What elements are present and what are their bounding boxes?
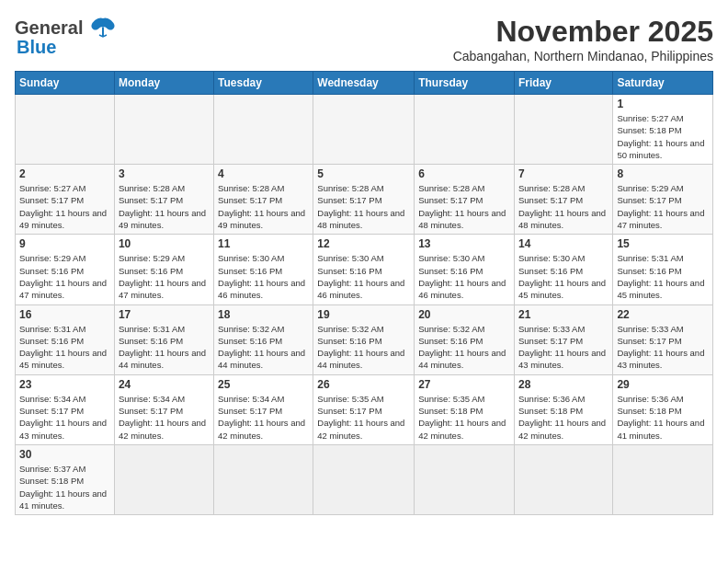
day-info: Sunrise: 5:32 AMSunset: 5:16 PMDaylight:… (317, 323, 410, 372)
day-info: Sunrise: 5:28 AMSunset: 5:17 PMDaylight:… (518, 182, 609, 231)
day-info: Sunrise: 5:34 AMSunset: 5:17 PMDaylight:… (218, 393, 309, 442)
table-row (313, 95, 415, 165)
header-monday: Monday (114, 72, 213, 95)
month-title: November 2025 (453, 15, 713, 49)
table-row: 9Sunrise: 5:29 AMSunset: 5:16 PMDaylight… (16, 235, 115, 304)
day-number: 30 (19, 448, 110, 461)
day-info: Sunrise: 5:32 AMSunset: 5:16 PMDaylight:… (218, 323, 309, 372)
day-info: Sunrise: 5:28 AMSunset: 5:17 PMDaylight:… (218, 182, 309, 231)
table-row: 6Sunrise: 5:28 AMSunset: 5:17 PMDaylight… (415, 165, 515, 235)
table-row: 1Sunrise: 5:27 AMSunset: 5:18 PMDaylight… (613, 95, 713, 165)
table-row: 21Sunrise: 5:33 AMSunset: 5:17 PMDayligh… (514, 304, 612, 374)
table-row: 3Sunrise: 5:28 AMSunset: 5:17 PMDaylight… (114, 165, 213, 235)
calendar-week-row: 23Sunrise: 5:34 AMSunset: 5:17 PMDayligh… (16, 374, 713, 444)
header-thursday: Thursday (415, 72, 515, 95)
header-saturday: Saturday (613, 72, 713, 95)
day-info: Sunrise: 5:36 AMSunset: 5:18 PMDaylight:… (518, 393, 609, 442)
day-number: 15 (617, 237, 709, 250)
day-info: Sunrise: 5:30 AMSunset: 5:16 PMDaylight:… (418, 252, 510, 301)
day-info: Sunrise: 5:36 AMSunset: 5:18 PMDaylight:… (617, 393, 709, 442)
day-number: 21 (518, 308, 609, 321)
day-number: 28 (518, 378, 609, 391)
day-number: 22 (617, 308, 709, 321)
day-number: 1 (617, 98, 709, 110)
table-row: 14Sunrise: 5:30 AMSunset: 5:16 PMDayligh… (514, 235, 612, 304)
table-row (114, 444, 213, 514)
day-info: Sunrise: 5:37 AMSunset: 5:18 PMDaylight:… (19, 463, 110, 511)
day-number: 8 (617, 167, 709, 180)
day-info: Sunrise: 5:34 AMSunset: 5:17 PMDaylight:… (119, 393, 210, 442)
calendar-week-row: 9Sunrise: 5:29 AMSunset: 5:16 PMDaylight… (16, 235, 713, 304)
table-row (214, 95, 313, 165)
title-section: November 2025 Cabangahan, Northern Minda… (453, 15, 713, 63)
table-row: 2Sunrise: 5:27 AMSunset: 5:17 PMDaylight… (16, 165, 115, 235)
day-info: Sunrise: 5:27 AMSunset: 5:17 PMDaylight:… (19, 182, 110, 231)
logo-blue-text: Blue (17, 37, 56, 58)
day-number: 24 (119, 378, 210, 391)
logo-bird-icon (86, 15, 119, 40)
table-row: 19Sunrise: 5:32 AMSunset: 5:16 PMDayligh… (313, 304, 415, 374)
table-row: 5Sunrise: 5:28 AMSunset: 5:17 PMDaylight… (313, 165, 415, 235)
table-row (514, 444, 612, 514)
calendar-header-row: Sunday Monday Tuesday Wednesday Thursday… (16, 72, 713, 95)
calendar-week-row: 16Sunrise: 5:31 AMSunset: 5:16 PMDayligh… (16, 304, 713, 374)
table-row: 12Sunrise: 5:30 AMSunset: 5:16 PMDayligh… (313, 235, 415, 304)
day-info: Sunrise: 5:33 AMSunset: 5:17 PMDaylight:… (617, 323, 709, 372)
table-row: 25Sunrise: 5:34 AMSunset: 5:17 PMDayligh… (214, 374, 313, 444)
day-number: 7 (518, 167, 609, 180)
day-number: 9 (19, 237, 110, 250)
table-row (613, 444, 713, 514)
day-number: 4 (218, 167, 309, 180)
day-info: Sunrise: 5:28 AMSunset: 5:17 PMDaylight:… (317, 182, 410, 231)
table-row: 11Sunrise: 5:30 AMSunset: 5:16 PMDayligh… (214, 235, 313, 304)
calendar-week-row: 1Sunrise: 5:27 AMSunset: 5:18 PMDaylight… (16, 95, 713, 165)
header-tuesday: Tuesday (214, 72, 313, 95)
day-info: Sunrise: 5:35 AMSunset: 5:18 PMDaylight:… (418, 393, 510, 442)
table-row: 17Sunrise: 5:31 AMSunset: 5:16 PMDayligh… (114, 304, 213, 374)
day-number: 25 (218, 378, 309, 391)
header-friday: Friday (514, 72, 612, 95)
table-row (415, 444, 515, 514)
table-row: 24Sunrise: 5:34 AMSunset: 5:17 PMDayligh… (114, 374, 213, 444)
table-row: 26Sunrise: 5:35 AMSunset: 5:17 PMDayligh… (313, 374, 415, 444)
day-number: 11 (218, 237, 309, 250)
table-row: 27Sunrise: 5:35 AMSunset: 5:18 PMDayligh… (415, 374, 515, 444)
day-info: Sunrise: 5:29 AMSunset: 5:17 PMDaylight:… (617, 182, 709, 231)
day-number: 10 (119, 237, 210, 250)
day-info: Sunrise: 5:30 AMSunset: 5:16 PMDaylight:… (218, 252, 309, 301)
table-row: 10Sunrise: 5:29 AMSunset: 5:16 PMDayligh… (114, 235, 213, 304)
day-number: 23 (19, 378, 110, 391)
table-row: 16Sunrise: 5:31 AMSunset: 5:16 PMDayligh… (16, 304, 115, 374)
day-number: 3 (119, 167, 210, 180)
day-info: Sunrise: 5:29 AMSunset: 5:16 PMDaylight:… (19, 252, 110, 301)
day-info: Sunrise: 5:34 AMSunset: 5:17 PMDaylight:… (19, 393, 110, 442)
table-row: 8Sunrise: 5:29 AMSunset: 5:17 PMDaylight… (613, 165, 713, 235)
table-row (415, 95, 515, 165)
table-row: 22Sunrise: 5:33 AMSunset: 5:17 PMDayligh… (613, 304, 713, 374)
day-number: 19 (317, 308, 410, 321)
calendar-table: Sunday Monday Tuesday Wednesday Thursday… (15, 71, 713, 515)
day-info: Sunrise: 5:31 AMSunset: 5:16 PMDaylight:… (119, 323, 210, 372)
day-number: 20 (418, 308, 510, 321)
day-info: Sunrise: 5:33 AMSunset: 5:17 PMDaylight:… (518, 323, 609, 372)
table-row (214, 444, 313, 514)
logo: General Blue (15, 15, 119, 58)
day-info: Sunrise: 5:31 AMSunset: 5:16 PMDaylight:… (617, 252, 709, 301)
day-info: Sunrise: 5:35 AMSunset: 5:17 PMDaylight:… (317, 393, 410, 442)
calendar-week-row: 2Sunrise: 5:27 AMSunset: 5:17 PMDaylight… (16, 165, 713, 235)
day-number: 13 (418, 237, 510, 250)
day-number: 29 (617, 378, 709, 391)
table-row: 4Sunrise: 5:28 AMSunset: 5:17 PMDaylight… (214, 165, 313, 235)
day-number: 5 (317, 167, 410, 180)
table-row: 28Sunrise: 5:36 AMSunset: 5:18 PMDayligh… (514, 374, 612, 444)
table-row: 23Sunrise: 5:34 AMSunset: 5:17 PMDayligh… (16, 374, 115, 444)
page-header: General Blue November 2025 Cabangahan, N… (15, 15, 713, 63)
day-number: 17 (119, 308, 210, 321)
day-number: 18 (218, 308, 309, 321)
table-row: 7Sunrise: 5:28 AMSunset: 5:17 PMDaylight… (514, 165, 612, 235)
day-info: Sunrise: 5:31 AMSunset: 5:16 PMDaylight:… (19, 323, 110, 372)
day-info: Sunrise: 5:28 AMSunset: 5:17 PMDaylight:… (119, 182, 210, 231)
table-row: 29Sunrise: 5:36 AMSunset: 5:18 PMDayligh… (613, 374, 713, 444)
calendar-week-row: 30Sunrise: 5:37 AMSunset: 5:18 PMDayligh… (16, 444, 713, 514)
day-number: 6 (418, 167, 510, 180)
